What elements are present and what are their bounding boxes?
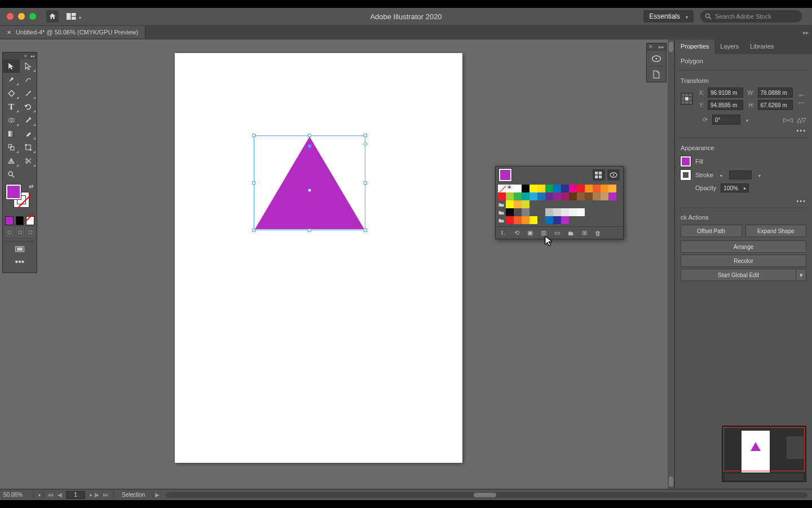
swatch[interactable] xyxy=(537,185,545,192)
draw-normal[interactable]: ◻ xyxy=(5,227,14,237)
rotate-tool[interactable] xyxy=(20,100,37,113)
resize-handle[interactable] xyxy=(308,229,311,232)
x-input[interactable] xyxy=(708,87,743,98)
chevron-down-icon[interactable] xyxy=(744,116,748,123)
eyedropper-tool[interactable] xyxy=(20,113,37,127)
swatch[interactable] xyxy=(553,192,561,200)
swatch[interactable] xyxy=(553,185,561,192)
window-minimize-button[interactable] xyxy=(18,13,25,20)
eraser-tool[interactable] xyxy=(20,127,37,141)
swatch[interactable] xyxy=(529,216,537,224)
curvature-tool[interactable] xyxy=(20,73,37,86)
swatch[interactable] xyxy=(561,208,569,216)
flip-vertical-icon[interactable]: △▽ xyxy=(796,115,806,125)
horizontal-scrollbar[interactable] xyxy=(166,492,807,498)
reference-point-widget[interactable] xyxy=(681,93,693,105)
swatch[interactable] xyxy=(529,192,537,200)
swatch[interactable] xyxy=(506,216,514,224)
rotation-input[interactable] xyxy=(712,115,740,125)
swatch[interactable] xyxy=(569,208,577,216)
more-options-icon[interactable]: ••• xyxy=(675,126,812,135)
start-global-edit-button[interactable]: Start Global Edit xyxy=(681,269,796,281)
delete-swatch-icon[interactable]: 🗑 xyxy=(594,230,602,237)
swatch[interactable] xyxy=(585,185,593,192)
swatch[interactable] xyxy=(545,208,553,216)
swatches-panel-icon[interactable] xyxy=(647,66,666,82)
window-zoom-button[interactable] xyxy=(29,13,36,20)
swatch[interactable] xyxy=(545,185,553,192)
offset-path-button[interactable]: Offset Path xyxy=(681,225,742,237)
swatch-group-icon[interactable] xyxy=(498,216,506,224)
draw-inside[interactable]: ◻ xyxy=(26,227,34,237)
chevron-down-icon[interactable] xyxy=(34,492,43,498)
swatch[interactable] xyxy=(498,192,506,200)
document-tab[interactable]: ✕ Untitled-4* @ 50.06% (CMYK/GPU Preview… xyxy=(0,26,145,38)
expand-icon[interactable]: ▸▸ xyxy=(659,44,664,50)
swatch[interactable] xyxy=(522,185,529,192)
shape-builder-tool[interactable] xyxy=(3,113,20,127)
canvas-area[interactable] xyxy=(39,40,669,489)
resize-handle[interactable] xyxy=(252,134,255,137)
new-color-group-icon[interactable]: ▭ xyxy=(553,229,561,237)
vertical-scrollbar[interactable] xyxy=(668,40,674,489)
window-close-button[interactable] xyxy=(7,13,14,20)
resize-handle[interactable] xyxy=(364,181,367,185)
color-mode-color[interactable] xyxy=(5,216,14,225)
swatch[interactable] xyxy=(529,185,537,192)
zoom-level[interactable]: 50.06% xyxy=(0,492,34,498)
swatch[interactable] xyxy=(522,192,529,200)
swatch[interactable] xyxy=(545,216,553,224)
selection-bounding-box[interactable] xyxy=(254,135,365,230)
swatch[interactable] xyxy=(577,192,585,200)
swatch-group-icon[interactable]: ▥ xyxy=(540,229,548,237)
artboard-number[interactable]: 1 xyxy=(66,491,85,499)
tab-properties[interactable]: Properties xyxy=(675,40,714,54)
y-input[interactable] xyxy=(708,100,743,110)
swatch[interactable] xyxy=(545,192,553,200)
current-fill-swatch[interactable] xyxy=(499,169,511,181)
swatch[interactable] xyxy=(569,192,577,200)
anchor-point[interactable] xyxy=(308,144,311,148)
swatch[interactable] xyxy=(506,200,514,208)
swatch[interactable] xyxy=(537,192,545,200)
global-edit-dropdown[interactable]: ▾ xyxy=(796,269,806,281)
swatch[interactable] xyxy=(514,216,522,224)
resize-handle[interactable] xyxy=(364,229,367,232)
tab-libraries[interactable]: Libraries xyxy=(744,40,779,54)
swatch[interactable] xyxy=(561,192,569,200)
swatch[interactable] xyxy=(577,185,585,192)
home-button[interactable] xyxy=(46,10,59,23)
swatch[interactable] xyxy=(514,192,522,200)
swatch-options-icon[interactable]: ⟲ xyxy=(513,229,520,237)
constrain-proportions-icon[interactable]: ⟜⟝ xyxy=(796,91,806,106)
resize-handle[interactable] xyxy=(308,134,311,137)
swatch[interactable] xyxy=(522,216,529,224)
next-artboard-button[interactable]: ▶ xyxy=(93,492,101,498)
swatch[interactable] xyxy=(506,185,514,192)
swatch[interactable] xyxy=(553,216,561,224)
color-mode-gradient[interactable] xyxy=(16,216,24,225)
screen-mode-button[interactable] xyxy=(5,241,34,253)
swatch[interactable] xyxy=(514,200,522,208)
arrange-documents-button[interactable] xyxy=(67,11,83,21)
type-tool[interactable]: T xyxy=(3,100,20,113)
swap-fill-stroke-icon[interactable]: ⇄ xyxy=(29,183,33,190)
direct-selection-tool[interactable] xyxy=(20,59,37,73)
folder-icon[interactable]: 🖿 xyxy=(567,230,575,237)
stroke-weight-stepper[interactable] xyxy=(718,172,725,178)
fill-swatch[interactable] xyxy=(6,185,21,199)
adobe-stock-search[interactable]: Search Adobe Stock xyxy=(700,10,802,23)
swatch-group-icon[interactable] xyxy=(498,208,506,216)
resize-handle[interactable] xyxy=(252,229,255,232)
edit-toolbar-button[interactable]: ••• xyxy=(13,257,27,267)
w-input[interactable] xyxy=(758,87,793,98)
tab-layers[interactable]: Layers xyxy=(714,40,744,54)
swatch[interactable] xyxy=(569,185,577,192)
swatch[interactable] xyxy=(506,192,514,200)
fill-stroke-control[interactable]: ⇄ xyxy=(4,183,36,214)
stroke-weight-input[interactable] xyxy=(729,170,752,179)
zoom-tool[interactable] xyxy=(3,168,20,181)
perspective-tool[interactable] xyxy=(3,154,20,168)
navigator-thumbnail[interactable] xyxy=(722,426,806,482)
swatch[interactable] xyxy=(522,208,529,216)
